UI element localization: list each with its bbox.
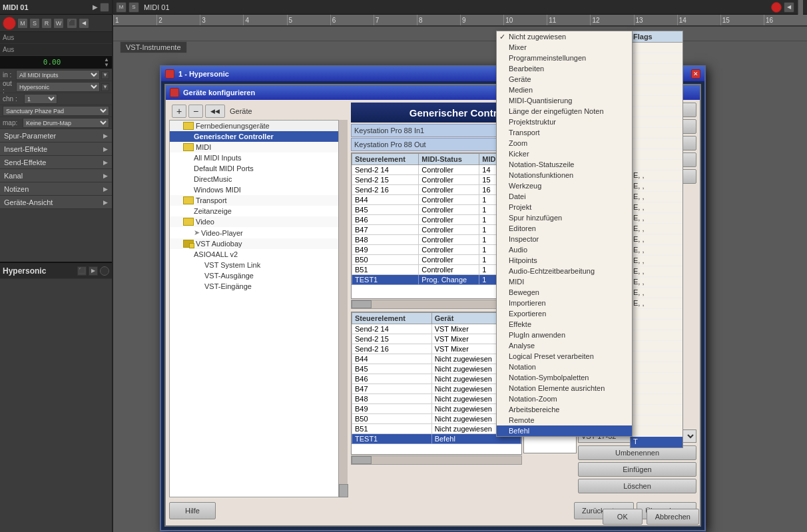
menu-item-importieren[interactable]: Importieren — [497, 298, 632, 308]
menu-item-notationsf[interactable]: Notationsfunktionen — [497, 170, 632, 180]
ok-btn[interactable]: OK — [603, 509, 643, 525]
tree-item-vstlink[interactable]: VST System Link — [170, 260, 340, 270]
timeline-mark-4: 4 — [243, 15, 286, 25]
aux-label2: Aus — [3, 46, 23, 53]
menu-item-audio[interactable]: Audio — [497, 244, 632, 255]
tree-item-transport[interactable]: Transport — [170, 195, 340, 206]
menu-item-notation[interactable]: Notation — [497, 362, 632, 372]
tree-item-vsteing[interactable]: VST-Eingänge — [170, 281, 340, 292]
menu-item-analyse[interactable]: Analyse — [497, 340, 632, 351]
menu-item-medien[interactable]: Medien — [497, 85, 632, 95]
add-btn[interactable]: + — [172, 105, 186, 118]
tree-item-default[interactable]: Default MIDI Ports — [170, 163, 340, 174]
aux-row1: Aus — [0, 32, 112, 44]
menu-item-hitpoints[interactable]: Hitpoints — [497, 255, 632, 266]
map-row: map: Keine Drum-Map — [0, 117, 112, 129]
menu-item-logical[interactable]: Logical Preset verarbeiten — [497, 351, 632, 362]
remove-btn[interactable]: − — [188, 105, 203, 118]
menu-item-remote[interactable]: Remote — [497, 415, 632, 425]
btn-w[interactable]: W — [53, 18, 64, 29]
timeline-mark-11: 11 — [547, 15, 590, 25]
menu-item-bewegen[interactable]: Bewegen — [497, 287, 632, 298]
section-notizen[interactable]: Notizen ▶ — [0, 182, 112, 196]
timeline-mark-8: 8 — [417, 15, 460, 25]
context-menu: ✓ Nicht zugewiesen Mixer Programmeinstel… — [496, 31, 633, 437]
dialog-icon — [170, 88, 179, 97]
reset-btn[interactable]: ◀◀ — [205, 105, 225, 118]
timeline-mark-5: 5 — [287, 15, 330, 25]
tree-item-allMidi[interactable]: All MIDI Inputs — [170, 152, 340, 163]
channel-row: chn : 1 — [0, 93, 112, 105]
menu-item-arbeitsbereiche[interactable]: Arbeitsbereiche — [497, 404, 632, 415]
menu-item-inspector[interactable]: Inspector — [497, 234, 632, 244]
menu-item-exportieren-m[interactable]: Exportieren — [497, 308, 632, 319]
menu-item-notation-elem[interactable]: Notation Elemente ausrichten — [497, 383, 632, 394]
tree-item-direct[interactable]: DirectMusic — [170, 174, 340, 184]
timeline-mark-1: 1 — [113, 15, 156, 25]
map-select[interactable]: Keine Drum-Map — [23, 118, 109, 128]
menu-item-werkzeug[interactable]: Werkzeug — [497, 180, 632, 191]
tree-item-videoplayer[interactable]: ➤ Video-Player — [170, 227, 340, 238]
btn-m[interactable]: M — [17, 18, 28, 29]
channel-select[interactable]: 1 — [24, 94, 57, 104]
expand-icon[interactable]: ▶ — [93, 3, 98, 11]
menu-item-notation-sym[interactable]: Notation-Symbolpaletten — [497, 372, 632, 383]
menu-item-editoren[interactable]: Editoren — [497, 223, 632, 234]
menu-item-midi-quant[interactable]: MIDI-Quantisierung — [497, 95, 632, 106]
section-insert[interactable]: Insert-Effekte ▶ — [0, 142, 112, 156]
input-select[interactable]: All MIDI Inputs — [16, 70, 100, 80]
top-toolbar: M S MIDI 01 ◀ — [113, 0, 807, 15]
tree-scrollbar[interactable] — [338, 120, 348, 497]
menu-item-audio-echtzeit[interactable]: Audio-Echtzeitbearbeitung — [497, 266, 632, 276]
menu-item-befehl-selected[interactable]: Befehl — [497, 425, 632, 436]
device-tree[interactable]: Fernbedienungsgeräte Generischer Control… — [169, 120, 341, 497]
transport-arrows[interactable]: ▲ ▼ — [104, 57, 109, 68]
menu-item-notation-status[interactable]: Notation-Statuszeile — [497, 159, 632, 170]
window-close-btn[interactable]: ✕ — [691, 69, 700, 79]
loeschen-btn-bottom[interactable]: Löschen — [578, 479, 696, 493]
menu-item-geraete[interactable]: Geräte — [497, 74, 632, 85]
section-kanal[interactable]: Kanal ▶ — [0, 169, 112, 182]
section-spur-label: Spur-Parameter — [4, 132, 103, 140]
track-icon — [100, 3, 109, 12]
menu-item-nicht-zugewiesen[interactable]: ✓ Nicht zugewiesen — [497, 31, 632, 42]
menu-item-plugin[interactable]: PlugIn anwenden — [497, 330, 632, 340]
tree-item-vstaus[interactable]: VST-Ausgänge — [170, 270, 340, 281]
tree-item-fernbedienung[interactable]: Fernbedienungsgeräte — [170, 121, 340, 131]
tree-item-vst[interactable]: VST Audiobay — [170, 238, 340, 249]
tree-item-windows[interactable]: Windows MIDI — [170, 184, 340, 195]
hilfe-btn[interactable]: Hilfe — [169, 502, 216, 519]
tree-item-generisch[interactable]: Generischer Controller — [170, 131, 340, 142]
menu-item-kicker[interactable]: Kicker — [497, 148, 632, 159]
menu-item-projekt[interactable]: Projekt — [497, 202, 632, 212]
menu-item-mixer[interactable]: Mixer — [497, 42, 632, 53]
btn-s[interactable]: S — [29, 18, 40, 29]
section-spur[interactable]: Spur-Parameter ▶ — [0, 129, 112, 142]
tree-item-video[interactable]: Video — [170, 216, 340, 227]
abbrechen-btn[interactable]: Abbrechen — [647, 509, 699, 525]
tree-item-zeitanzeige[interactable]: Zeitanzeige — [170, 206, 340, 216]
record-btn[interactable] — [3, 17, 16, 30]
tree-item-asio[interactable]: ASIO4ALL v2 — [170, 249, 340, 260]
instrument-select[interactable]: Sanctuary Phaze Pad — [3, 106, 109, 116]
einfuegen-btn-bottom[interactable]: Einfügen — [578, 462, 696, 477]
btn-r[interactable]: R — [41, 18, 52, 29]
menu-item-datei[interactable]: Datei — [497, 191, 632, 202]
menu-item-projekt-struktur[interactable]: Projektstruktur — [497, 117, 632, 127]
menu-item-effekte[interactable]: Effekte — [497, 319, 632, 330]
bottom-hscroll[interactable] — [351, 455, 522, 465]
menu-item-midi-bottom[interactable]: MIDI — [497, 276, 632, 287]
menu-item-notation-zoom[interactable]: Notation-Zoom — [497, 394, 632, 404]
transport-buttons: M S R W ⬛ ◀ — [0, 15, 112, 32]
menu-item-programmeinst[interactable]: Programmeinstellungen — [497, 53, 632, 63]
menu-item-transport[interactable]: Transport — [497, 127, 632, 138]
menu-item-laenge[interactable]: Länge der eingefügten Noten — [497, 106, 632, 117]
tree-item-midi[interactable]: MIDI — [170, 142, 340, 152]
menu-item-spur[interactable]: Spur hinzufügen — [497, 212, 632, 223]
output-select[interactable]: Hypersonic — [16, 82, 100, 92]
menu-item-bearbeiten[interactable]: Bearbeiten — [497, 63, 632, 74]
section-send[interactable]: Send-Effekte ▶ — [0, 156, 112, 169]
section-geraete[interactable]: Geräte-Ansicht ▶ — [0, 196, 112, 209]
record-circle-top[interactable] — [771, 2, 782, 13]
menu-item-zoom[interactable]: Zoom — [497, 138, 632, 148]
